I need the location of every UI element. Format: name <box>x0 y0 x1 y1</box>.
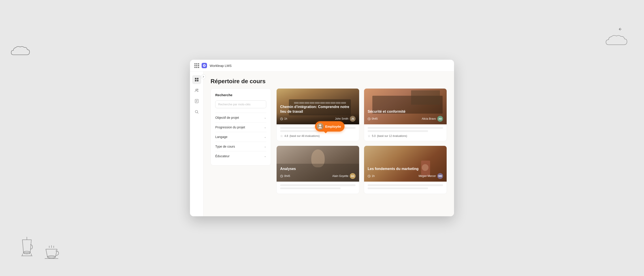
decorative-coffee-cup <box>42 245 60 263</box>
star-icon-2: ☆ <box>368 134 370 138</box>
skeleton-2-1 <box>368 127 443 129</box>
page-title: Répertoire de cours <box>210 78 447 85</box>
skeleton-4-1 <box>368 184 443 186</box>
sidebar-expand-button[interactable] <box>201 74 206 79</box>
book-icon <box>194 99 199 103</box>
filter-label-4: Éducateur <box>215 154 230 158</box>
author-initials-1: JS <box>351 118 354 120</box>
course-image-1: Chemin d'intégration: Comprendre notre l… <box>276 89 359 124</box>
skeleton-3-2 <box>280 187 340 189</box>
svg-line-34 <box>282 176 282 177</box>
content-grid: Recherche Objectif de projet ⌄ Progressi… <box>204 88 454 216</box>
courses-grid: Chemin d'intégration: Comprendre notre l… <box>276 88 447 211</box>
skeleton-4-2 <box>368 187 428 189</box>
filter-sidebar: Recherche Objectif de projet ⌄ Progressi… <box>210 88 271 166</box>
grid-icon <box>194 77 199 82</box>
course-image-2: Sécurité et conformité 0h45 <box>364 89 447 124</box>
decorative-bird: ✈ <box>618 27 622 32</box>
app-logo <box>202 63 207 68</box>
svg-point-18 <box>197 89 198 90</box>
svg-rect-14 <box>197 78 198 79</box>
decorative-coffee-maker <box>18 236 36 258</box>
filter-label-3: Type de cours <box>215 145 235 148</box>
course-duration-text-3: 0h45 <box>284 174 290 178</box>
filter-label-1: Progression du projet <box>215 125 245 129</box>
rating-value-2: 5.0 <box>372 134 376 138</box>
course-title-4: Les fondements du marketing <box>368 167 443 171</box>
star-icon-1: ☆ <box>280 134 283 138</box>
chevron-right-icon <box>202 76 204 78</box>
top-bar: Workleap LMS <box>190 60 454 72</box>
sidebar-item-search[interactable] <box>192 107 201 116</box>
course-title-2: Sécurité et conformité <box>368 109 443 114</box>
author-initials-4: MM <box>438 175 442 177</box>
chevron-icon-3: ⌄ <box>264 145 266 148</box>
course-author-3: Alain Goyette AG <box>332 173 356 179</box>
filter-item-3[interactable]: Type de cours ⌄ <box>215 142 266 151</box>
skeleton-2-2 <box>368 130 428 132</box>
main-layout: Répertoire de cours Recherche Objectif d… <box>190 72 454 216</box>
course-author-2: Alicia Bravo AB <box>422 116 443 122</box>
filter-section-title: Recherche <box>215 93 266 97</box>
course-card-2[interactable]: Sécurité et conformité 0h45 <box>364 88 447 141</box>
course-author-name-1: John Smith <box>335 117 348 120</box>
filter-item-1[interactable]: Progression du projet ⌄ <box>215 122 266 132</box>
author-avatar-1: JS <box>350 116 356 122</box>
author-initials-3: AG <box>351 175 354 177</box>
course-info-4: Les fondements du marketing 1h <box>368 167 443 179</box>
content-area: Répertoire de cours Recherche Objectif d… <box>204 72 454 216</box>
author-avatar-3: AG <box>350 173 356 179</box>
course-card-1[interactable]: Chemin d'intégration: Comprendre notre l… <box>276 88 359 141</box>
course-author-4: Megan Mercer MM <box>419 173 443 179</box>
filter-item-4[interactable]: Éducateur ⌄ <box>215 151 266 161</box>
course-duration-2: 0h45 <box>368 117 378 120</box>
filter-label-2: Langage <box>215 135 228 139</box>
app-title: Workleap LMS <box>210 64 232 67</box>
svg-rect-15 <box>195 80 196 81</box>
author-initials-2: AB <box>438 118 442 120</box>
clock-icon-2 <box>368 117 370 120</box>
author-avatar-4: MM <box>437 173 443 179</box>
course-card-3[interactable]: Analyses 0h45 <box>276 146 359 194</box>
skeleton-3-1 <box>280 184 356 186</box>
course-image-4: Les fondements du marketing 1h <box>364 146 447 182</box>
course-duration-text-4: 1h <box>372 174 374 178</box>
filter-item-0[interactable]: Objectif de projet ⌄ <box>215 113 266 122</box>
clock-icon-3 <box>280 175 283 178</box>
course-meta-4: 1h Megan Mercer MM <box>368 173 443 179</box>
tooltip-avatar <box>317 123 323 130</box>
course-info-3: Analyses 0h45 <box>280 167 356 179</box>
chevron-icon-0: ⌄ <box>264 116 266 119</box>
tooltip-label: Employée <box>325 125 341 128</box>
svg-rect-13 <box>195 78 196 79</box>
employee-tooltip: Employée <box>315 121 344 132</box>
browser-window: Workleap LMS <box>190 60 454 216</box>
course-info-2: Sécurité et conformité 0h45 <box>368 109 443 122</box>
course-meta-3: 0h45 Alain Goyette AG <box>280 173 356 179</box>
sidebar-item-grid[interactable] <box>192 75 201 84</box>
filter-item-2[interactable]: Langage ⌄ <box>215 132 266 142</box>
course-duration-text-2: 0h45 <box>372 117 378 120</box>
course-author-1: John Smith JS <box>335 116 356 122</box>
course-meta-1: 1h John Smith JS <box>280 116 356 122</box>
course-duration-1: 1h <box>280 117 287 120</box>
tooltip-arrow <box>324 132 327 133</box>
course-image-3: Analyses 0h45 <box>276 146 359 182</box>
tooltip-avatar-inner <box>317 123 323 130</box>
clock-icon-1 <box>280 117 283 120</box>
decorative-cloud-right <box>604 33 630 48</box>
svg-line-27 <box>282 119 282 119</box>
search-input[interactable] <box>215 100 266 108</box>
course-duration-4: 1h <box>368 174 374 178</box>
sidebar-item-book[interactable] <box>192 97 201 106</box>
svg-point-17 <box>196 89 197 90</box>
course-body-4 <box>364 182 447 194</box>
decorative-cloud-left <box>9 45 34 58</box>
course-meta-2: 0h45 Alicia Bravo AB <box>368 116 443 122</box>
course-card-4[interactable]: Les fondements du marketing 1h <box>364 146 447 194</box>
chevron-icon-2: ⌄ <box>264 135 266 138</box>
svg-line-31 <box>369 119 370 119</box>
app-grid-icon[interactable] <box>194 63 199 68</box>
sidebar-item-users[interactable] <box>192 86 201 95</box>
svg-line-24 <box>197 112 198 113</box>
